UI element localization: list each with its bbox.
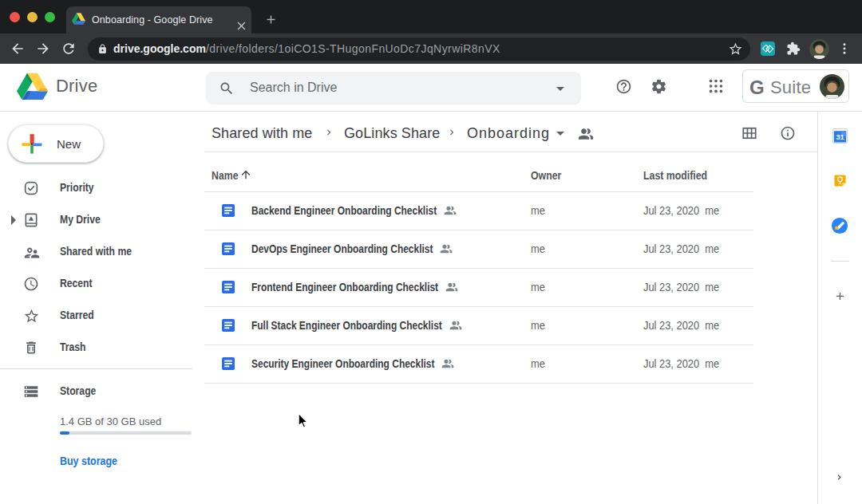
svg-text:31: 31 (836, 133, 844, 141)
